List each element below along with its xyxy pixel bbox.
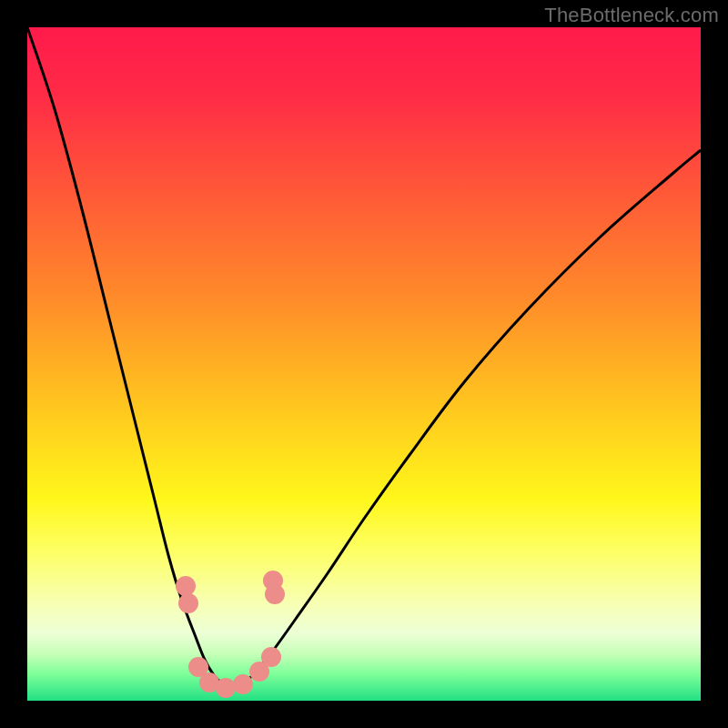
highlight-dot	[178, 593, 198, 613]
plot-background	[27, 27, 701, 701]
highlight-dot	[216, 678, 236, 698]
highlight-dot	[233, 674, 253, 694]
highlight-dot	[176, 576, 196, 596]
highlight-dot	[261, 647, 281, 667]
chart-frame: { "watermark": "TheBottleneck.com", "cha…	[0, 0, 728, 728]
watermark-text: TheBottleneck.com	[544, 4, 719, 27]
chart-svg	[0, 0, 728, 728]
highlight-dot	[265, 584, 285, 604]
